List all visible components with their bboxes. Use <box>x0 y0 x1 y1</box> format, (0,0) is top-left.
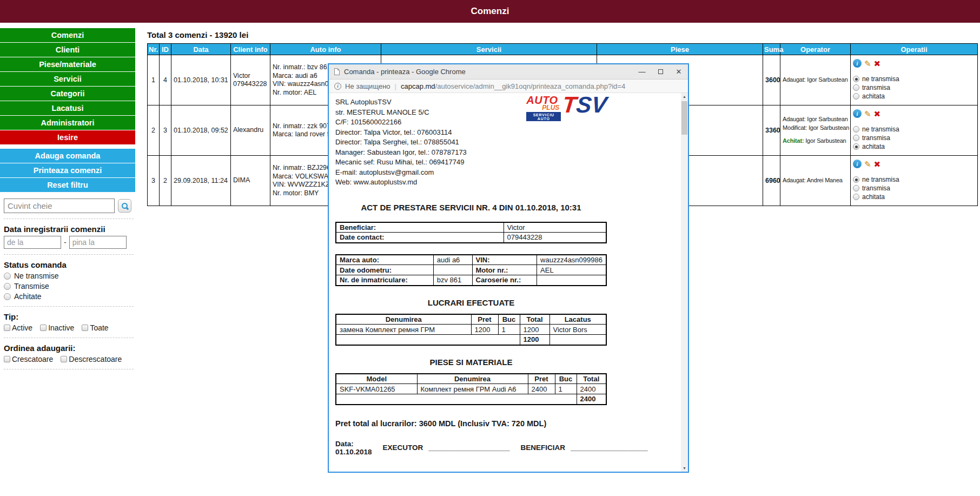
order-option-label: Descrescatoare <box>69 355 122 363</box>
ne-transmisa-radio[interactable] <box>853 126 859 133</box>
status-transmise-radio[interactable] <box>4 283 11 290</box>
cell-operatii: i ✎ ✖ ne transmisa transmisa achitata <box>851 55 978 105</box>
scroll-down-icon[interactable]: ▼ <box>681 465 688 472</box>
edit-icon[interactable]: ✎ <box>864 59 871 68</box>
motor-value: AEL <box>537 265 606 275</box>
part-name: Комплект ремня ГРМ Audi A6 <box>417 384 528 394</box>
ne-transmisa-radio[interactable] <box>853 76 859 82</box>
document-footer: Data: 01.10.2018 EXECUTOR ______________… <box>335 440 607 456</box>
info-icon[interactable]: i <box>853 160 862 168</box>
contact-value: 079443228 <box>504 233 606 243</box>
date-from-input[interactable] <box>4 236 61 249</box>
close-button[interactable]: ✕ <box>670 64 688 80</box>
type-active-checkbox[interactable] <box>4 325 10 331</box>
achitata-radio[interactable] <box>853 143 859 150</box>
col-header-nr: Nr. <box>148 44 160 55</box>
printeaza-comenzi-button[interactable]: Printeaza comenzi <box>0 163 135 177</box>
status-radio-label: ne transmisa <box>862 176 899 183</box>
orders-summary: Total 3 comenzi - 13920 lei <box>147 30 248 39</box>
parts-title: PIESE SI MATERIALE <box>335 358 607 367</box>
info-icon[interactable]: i <box>853 59 862 68</box>
cell-suma: 3360 <box>763 105 780 156</box>
info-icon[interactable]: i <box>853 109 862 118</box>
vehicle-table: Marca auto: audi a6 VIN: wauzzz4asn09998… <box>335 254 607 286</box>
sidebar-item-servicii[interactable]: Servicii <box>0 72 135 86</box>
order-descrescatoare-checkbox[interactable] <box>61 356 67 362</box>
status-ne-transmise-radio[interactable] <box>4 273 11 280</box>
col-header-client: Client info <box>231 44 270 55</box>
type-inactive-checkbox[interactable] <box>40 325 47 331</box>
sidebar-item-piese-materiale[interactable]: Piese/materiale <box>0 57 135 71</box>
type-option-label: Active <box>12 323 32 332</box>
work-name: замена Комплект ремня ГРМ <box>336 325 471 335</box>
sidebar-item-comenzi[interactable]: Comenzi <box>0 28 135 42</box>
status-radio-label: transmisa <box>862 184 890 192</box>
company-logo: AUTO PLUS SERVICIU AUTO TSV <box>526 95 607 121</box>
search-button[interactable] <box>118 199 131 213</box>
works-title: LUCRARI EFECTUATE <box>335 298 607 307</box>
security-info-icon[interactable]: i <box>334 83 341 90</box>
status-option-label: Ne transmise <box>14 272 58 280</box>
popup-titlebar[interactable]: Comanda - printeaza - Google Chrome — ✕ <box>329 64 688 80</box>
marca-label: Marca auto: <box>336 255 433 265</box>
reset-filtru-button[interactable]: Reset filtru <box>0 178 135 192</box>
transmisa-radio[interactable] <box>853 135 859 141</box>
ne-transmisa-radio[interactable] <box>853 176 859 183</box>
grand-total: Pret total al lucrarilor: 3600 MDL (Incl… <box>335 419 607 428</box>
sidebar-item-iesire[interactable]: Iesire <box>0 130 135 144</box>
vin-value: wauzzz4asn099986 <box>537 255 606 265</box>
security-label: Не защищено <box>345 82 390 90</box>
achitata-radio[interactable] <box>853 93 859 100</box>
type-toate-checkbox[interactable] <box>82 325 88 331</box>
odometru-label: Date odometru: <box>336 265 433 275</box>
status-achitate-radio[interactable] <box>4 293 11 300</box>
divider <box>4 254 134 255</box>
edit-icon[interactable]: ✎ <box>864 160 871 168</box>
divider <box>4 306 134 307</box>
scroll-up-icon[interactable]: ▲ <box>681 93 688 100</box>
transmisa-radio[interactable] <box>853 185 859 191</box>
cell-id: 3 <box>160 105 171 156</box>
order-crescatoare-checkbox[interactable] <box>4 356 10 362</box>
adauga-comanda-button[interactable]: Adauga comanda <box>0 149 135 163</box>
cell-data: 01.10.2018, 09:52 <box>171 105 231 156</box>
col-header-auto: Auto info <box>270 44 381 55</box>
cell-nr: 1 <box>148 55 160 105</box>
achitata-radio[interactable] <box>853 194 859 200</box>
maximize-button[interactable] <box>651 64 670 80</box>
sidebar-item-categorii[interactable]: Categorii <box>0 87 135 101</box>
col-header-id: ID <box>160 44 171 55</box>
works-col-buc: Buc <box>498 314 520 325</box>
search-input[interactable] <box>4 199 115 213</box>
maximize-icon <box>658 69 663 74</box>
cell-operatii: i ✎ ✖ ne transmisa transmisa achitata <box>851 156 978 206</box>
delete-icon[interactable]: ✖ <box>874 110 881 118</box>
col-header-piese: Piese <box>597 44 763 55</box>
sidebar-item-administratori[interactable]: Administratori <box>0 116 135 130</box>
edit-icon[interactable]: ✎ <box>864 110 871 118</box>
scrollbar-thumb[interactable] <box>681 101 687 135</box>
popup-scrollbar[interactable]: ▲ ▼ <box>681 93 688 472</box>
status-option-label: Achitate <box>14 292 42 301</box>
works-total-spacer <box>336 335 520 345</box>
works-col-pret: Pret <box>471 314 498 325</box>
cell-id: 4 <box>160 55 171 105</box>
sidebar-item-lacatusi[interactable]: Lacatusi <box>0 101 135 115</box>
delete-icon[interactable]: ✖ <box>874 59 881 68</box>
transmisa-radio[interactable] <box>853 84 859 91</box>
sidebar-item-clienti[interactable]: Clienti <box>0 43 135 57</box>
minimize-button[interactable]: — <box>633 64 651 80</box>
delete-icon[interactable]: ✖ <box>874 160 881 168</box>
status-radio-label: transmisa <box>862 84 890 91</box>
status-radio-label: ne transmisa <box>862 75 899 83</box>
achitat-label: Achitat: <box>783 137 804 144</box>
parts-total-spacer <box>336 394 577 405</box>
part-price: 2400 <box>528 384 555 394</box>
date-to-input[interactable] <box>69 236 127 249</box>
sidebar: Comenzi Clienti Piese/materiale Servicii… <box>0 28 135 375</box>
type-option-label: Inactive <box>48 323 74 332</box>
type-option-label: Toate <box>90 323 108 332</box>
works-table: Denumirea Pret Buc Total Lacatus замена … <box>335 314 607 346</box>
part-qty: 1 <box>555 384 577 394</box>
popup-urlbar[interactable]: i Не защищено | capcap.md/autoservice/ad… <box>329 80 688 93</box>
